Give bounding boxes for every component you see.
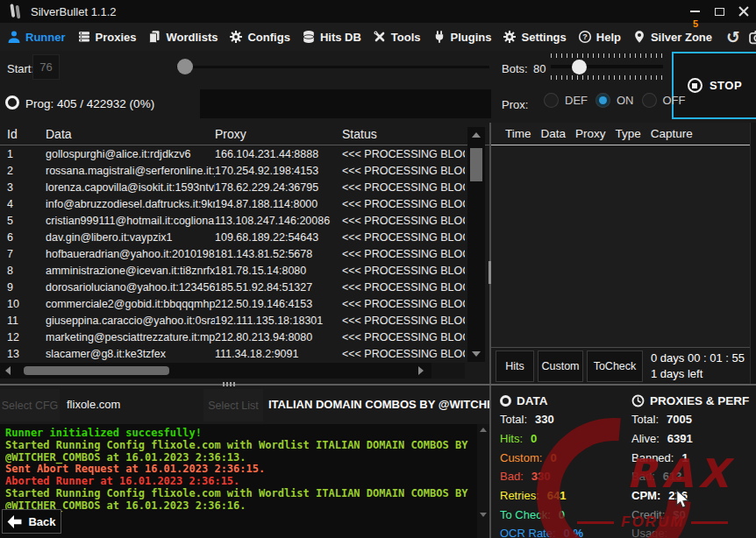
stat-row: Banned:1 bbox=[631, 448, 756, 467]
scrollbar-thumb[interactable] bbox=[24, 366, 169, 375]
prox-radio-on[interactable]: ON bbox=[596, 93, 634, 108]
results-table-header: Id Data Proxy Status bbox=[0, 123, 489, 145]
results-vertical-scrollbar[interactable] bbox=[467, 127, 485, 362]
hits-tabs-row: Hits Custom ToCheck 0 days 00 : 01 : 55 … bbox=[491, 347, 750, 384]
start-slider[interactable] bbox=[176, 66, 489, 68]
bots-slider-thumb[interactable] bbox=[572, 60, 587, 74]
window-title: SilverBullet 1.1.2 bbox=[31, 5, 117, 18]
server-icon bbox=[77, 30, 91, 44]
col-proxy: Proxy bbox=[575, 127, 606, 145]
radio-icon bbox=[596, 93, 610, 108]
log-line: Started Running Config flixole.com with … bbox=[5, 488, 475, 513]
menu-item-proxies[interactable]: Proxies bbox=[77, 30, 137, 44]
stat-row: Hits:0 bbox=[500, 429, 624, 449]
close-button[interactable] bbox=[731, 0, 756, 23]
log-area: Runner initialized succesfully!Started R… bbox=[0, 424, 489, 538]
history-button[interactable]: ↺ bbox=[724, 28, 743, 46]
bots-slider[interactable] bbox=[551, 53, 663, 84]
right-scroll-strip bbox=[750, 123, 756, 384]
menu-item-hits-db[interactable]: Hits DB bbox=[302, 30, 361, 44]
stat-row: Custom:0 bbox=[500, 448, 624, 467]
menu-item-runner[interactable]: Runner bbox=[7, 30, 66, 44]
stat-row: Retries:641 bbox=[500, 486, 624, 506]
menu-item-silver-zone[interactable]: Silver Zone 5 bbox=[632, 30, 712, 44]
tab-hits[interactable]: Hits bbox=[496, 350, 534, 382]
maximize-button[interactable] bbox=[707, 0, 731, 23]
elapsed-timer: 0 days 00 : 01 : 55 bbox=[651, 350, 745, 366]
title-bar: SilverBullet 1.1.2 bbox=[0, 0, 756, 23]
table-row[interactable]: 2rossana.magistrali@serferonline.it:j917… bbox=[0, 163, 465, 180]
scroll-down-icon[interactable] bbox=[472, 351, 481, 357]
col-data: Data bbox=[541, 127, 567, 145]
menu-item-tools[interactable]: Tools bbox=[373, 30, 421, 44]
select-cfg-button[interactable]: Select CFG bbox=[0, 389, 60, 421]
scroll-left-icon[interactable] bbox=[5, 366, 11, 375]
tab-tocheck[interactable]: ToCheck bbox=[587, 350, 643, 382]
back-button[interactable]: Back bbox=[2, 509, 61, 534]
prox-radio-off[interactable]: OFF bbox=[642, 93, 686, 108]
stop-button[interactable]: STOP bbox=[672, 52, 756, 119]
table-row[interactable]: 13slacamer@g8.it:ke3tzfex111.34.18.2:909… bbox=[0, 346, 465, 360]
silver-zone-badge: 5 bbox=[693, 18, 698, 29]
gear-icon bbox=[229, 30, 243, 44]
table-row[interactable]: 12marketing@pesciattrezzature.it:mpr212.… bbox=[0, 329, 465, 346]
results-horizontal-scrollbar[interactable] bbox=[0, 363, 465, 379]
table-row[interactable]: 7hofbaueradrian@yahoo.it:20101985181.143… bbox=[0, 246, 465, 263]
menu-item-configs[interactable]: Configs bbox=[229, 30, 289, 44]
hits-table-header: Time Data Proxy Type Capture bbox=[491, 123, 750, 145]
radio-icon bbox=[544, 93, 559, 108]
select-list-button[interactable]: Select List bbox=[203, 389, 263, 421]
prox-label: Prox: bbox=[502, 98, 528, 111]
menu-item-wordlists[interactable]: Wordlists bbox=[147, 30, 218, 44]
screenshot-button[interactable] bbox=[747, 28, 756, 46]
scrollbar-thumb[interactable] bbox=[470, 148, 482, 181]
scroll-down-icon[interactable] bbox=[480, 513, 487, 517]
help-icon: ? bbox=[578, 30, 592, 44]
table-row[interactable]: 8amministrazione@icevan.it:ti8znrfx181.7… bbox=[0, 263, 465, 280]
table-row[interactable]: 11giuseppina.caraccio@yahoo.it:0sra4192.… bbox=[0, 313, 465, 329]
perf-gauge-icon bbox=[631, 394, 645, 407]
mouse-cursor bbox=[675, 489, 689, 510]
table-row[interactable]: 6dav.gin@libero.it:vaypzix1109.68.189.22… bbox=[0, 230, 465, 246]
scroll-up-icon[interactable] bbox=[472, 132, 481, 138]
progress-label: Prog: bbox=[25, 97, 53, 110]
tab-custom[interactable]: Custom bbox=[538, 350, 583, 382]
table-row[interactable]: 5cristian999111@hotmail.it:cogliona113.1… bbox=[0, 213, 465, 230]
plug-icon bbox=[432, 30, 446, 44]
proxy-mode-radios: DEF ON OFF bbox=[544, 93, 686, 108]
bots-value: 80 bbox=[533, 62, 546, 75]
gear-icon bbox=[503, 30, 517, 44]
stats-panels: DATA Total:330Hits:0Custom:0Bad:330Retri… bbox=[493, 386, 756, 538]
scrollbar-corner bbox=[431, 363, 465, 379]
log-line: Aborted Runner at 16.01.2023 2:36:15. bbox=[5, 476, 475, 488]
scroll-right-icon[interactable] bbox=[418, 366, 424, 375]
table-row[interactable]: 4info@abruzzodiesel.daftrucks.it:9kr5194… bbox=[0, 196, 465, 213]
table-row[interactable]: 9dorosarioluciano@yahoo.it:123456185.51.… bbox=[0, 280, 465, 296]
col-capture: Capture bbox=[651, 127, 693, 145]
stat-row: Usage: bbox=[631, 524, 756, 538]
stat-row: Bad:330 bbox=[500, 467, 624, 486]
prox-radio-def[interactable]: DEF bbox=[544, 93, 588, 108]
table-row[interactable]: 3lorenza.capovilla@isokit.it:1593ntvk178… bbox=[0, 180, 465, 196]
stat-row: CPM:216 bbox=[631, 486, 756, 506]
start-input[interactable]: 76 bbox=[32, 54, 60, 80]
start-slider-thumb[interactable] bbox=[177, 59, 193, 74]
hits-table: Time Data Proxy Type Capture bbox=[491, 123, 750, 347]
scroll-up-icon[interactable] bbox=[480, 428, 487, 432]
col-id: Id bbox=[7, 127, 46, 145]
log-scrollbar[interactable] bbox=[477, 424, 489, 538]
proxies-panel: PROXIES & PERF Total:7005Alive:6391Banne… bbox=[631, 391, 756, 538]
app-window: SilverBullet 1.1.2 Runner Proxies Wordli… bbox=[0, 0, 756, 538]
table-row[interactable]: 1gollospurghi@alice.it:rdjdkzv6166.104.2… bbox=[0, 146, 465, 163]
menu-item-help[interactable]: ? Help bbox=[578, 30, 621, 44]
results-table: Id Data Proxy Status 1gollospurghi@alice… bbox=[0, 123, 489, 384]
stat-row: Credit:$0 bbox=[631, 505, 756, 524]
menu-item-plugins[interactable]: Plugins bbox=[432, 30, 492, 44]
data-panel-title: DATA bbox=[517, 394, 548, 407]
log-line: Started Running Config flixole.com with … bbox=[5, 440, 475, 464]
col-proxy: Proxy bbox=[215, 127, 342, 145]
progress-led-icon bbox=[5, 96, 19, 110]
table-row[interactable]: 10commerciale2@gobid.it:bbqqqmhp212.50.1… bbox=[0, 296, 465, 313]
config-bar: Select CFG flixole.com Select List ITALI… bbox=[0, 386, 489, 424]
menu-item-settings[interactable]: Settings bbox=[503, 30, 566, 44]
